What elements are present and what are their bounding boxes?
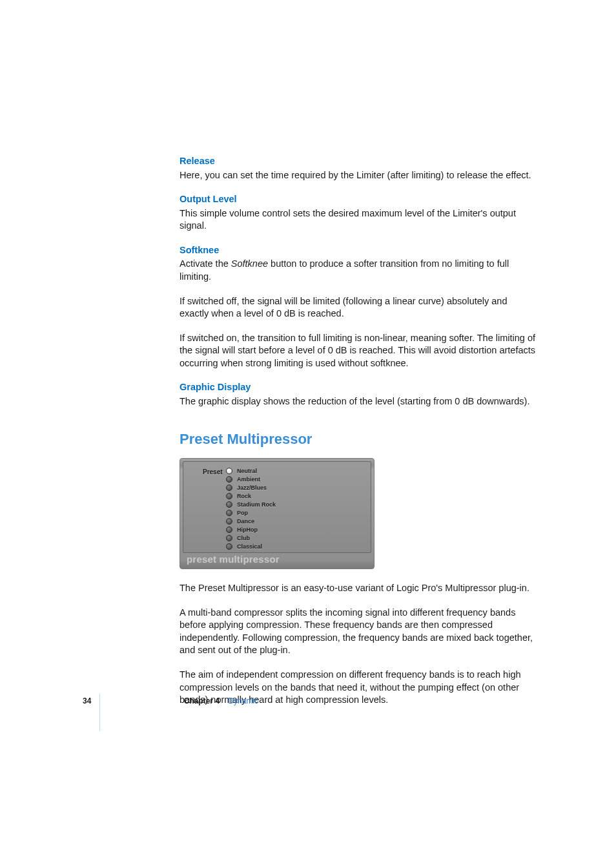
preset-panel-figure: Preset NeutralAmbientJazz/BluesRockStadi… xyxy=(180,458,375,569)
preset-panel-inner: Preset NeutralAmbientJazz/BluesRockStadi… xyxy=(183,461,371,553)
radio-icon xyxy=(226,493,232,499)
chapter-label: Chapter 4 xyxy=(184,696,220,705)
preset-option[interactable]: Stadium Rock xyxy=(226,500,276,508)
preset-option[interactable]: Classical xyxy=(226,542,276,550)
preset-option-label: Jazz/Blues xyxy=(237,484,267,492)
radio-icon xyxy=(226,468,232,474)
heading-release: Release xyxy=(180,155,539,168)
preset-option-label: Stadium Rock xyxy=(237,501,276,508)
preset-label: Preset xyxy=(203,468,223,477)
page-number: 34 xyxy=(83,696,91,705)
radio-icon xyxy=(226,543,232,550)
preset-caption: preset multipressor xyxy=(187,553,280,566)
radio-icon xyxy=(226,518,232,525)
preset-option-label: Pop xyxy=(237,509,248,517)
text-release: Here, you can set the time required by t… xyxy=(180,169,539,182)
text-body-1: The Preset Multipressor is an easy-to-us… xyxy=(180,582,539,595)
radio-icon xyxy=(226,476,232,483)
radio-icon xyxy=(226,485,232,491)
preset-option-label: Dance xyxy=(237,517,254,525)
preset-option-label: Rock xyxy=(237,492,251,500)
heading-softknee: Softknee xyxy=(180,244,539,257)
radio-icon xyxy=(226,535,232,541)
section-heading-preset-multipressor: Preset Multipressor xyxy=(180,430,539,449)
page-footer: 34 Chapter 4 Dynamic xyxy=(83,696,258,705)
preset-option-label: Ambient xyxy=(237,475,260,483)
text-softknee-1: Activate the Softknee button to produce … xyxy=(180,258,539,283)
preset-option-label: Club xyxy=(237,534,250,542)
text-softknee-2: If switched off, the signal will be limi… xyxy=(180,295,539,320)
text-softknee-3: If switched on, the transition to full l… xyxy=(180,332,539,370)
heading-graphic-display: Graphic Display xyxy=(180,381,539,394)
preset-option-label: HipHop xyxy=(237,526,258,534)
preset-option[interactable]: Ambient xyxy=(226,475,276,483)
text-body-2: A multi-band compressor splits the incom… xyxy=(180,607,539,657)
preset-option[interactable]: HipHop xyxy=(226,525,276,534)
preset-option-label: Classical xyxy=(237,543,262,550)
preset-option-label: Neutral xyxy=(237,467,257,475)
preset-option[interactable]: Jazz/Blues xyxy=(226,483,276,492)
preset-option[interactable]: Pop xyxy=(226,508,276,517)
text-graphic-display: The graphic display shows the reduction … xyxy=(180,395,539,408)
heading-output-level: Output Level xyxy=(180,193,539,206)
preset-option[interactable]: Club xyxy=(226,534,276,542)
radio-icon xyxy=(226,501,232,508)
preset-option[interactable]: Neutral xyxy=(226,466,276,475)
radio-icon xyxy=(226,527,232,533)
radio-icon xyxy=(226,510,232,516)
page-content: Release Here, you can set the time requi… xyxy=(180,155,539,718)
text-output-level: This simple volume control sets the desi… xyxy=(180,207,539,233)
preset-option[interactable]: Dance xyxy=(226,517,276,525)
chapter-title: Dynamic xyxy=(228,696,258,705)
preset-list: NeutralAmbientJazz/BluesRockStadium Rock… xyxy=(226,466,276,550)
preset-option[interactable]: Rock xyxy=(226,492,276,500)
